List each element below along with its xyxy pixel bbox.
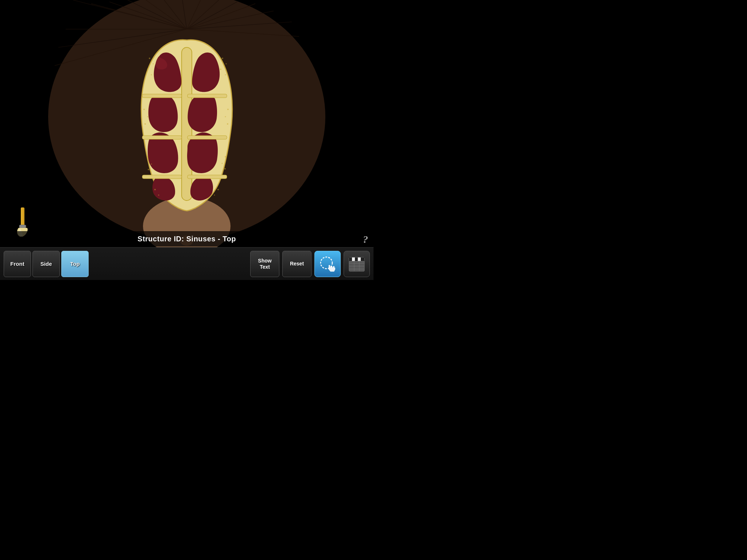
svg-point-44 xyxy=(214,195,215,196)
svg-point-33 xyxy=(225,116,226,117)
svg-point-26 xyxy=(226,63,227,65)
bone-divider-right-3 xyxy=(187,175,227,179)
svg-point-29 xyxy=(143,109,145,110)
svg-point-30 xyxy=(147,116,148,117)
svg-point-23 xyxy=(147,69,148,70)
show-text-button[interactable]: Show Text xyxy=(250,251,279,277)
svg-point-28 xyxy=(225,74,226,75)
svg-point-42 xyxy=(158,195,159,196)
lasso-button[interactable] xyxy=(314,251,341,277)
bone-divider-left-1 xyxy=(142,94,182,98)
main-viewport: Structure ID: Sinuses - Top ? Front Side… xyxy=(0,0,374,280)
structure-id-text: Structure ID: Sinuses - Top xyxy=(138,235,236,243)
svg-point-34 xyxy=(227,123,228,125)
svg-point-48 xyxy=(321,257,332,269)
bone-divider-left-3 xyxy=(142,175,182,179)
sinus-left-mid-upper xyxy=(148,94,178,132)
structure-id-bar: Structure ID: Sinuses - Top xyxy=(0,231,374,246)
bone-divider-left-2 xyxy=(142,136,182,139)
svg-point-36 xyxy=(151,164,152,165)
top-view-button[interactable]: Top xyxy=(61,251,89,277)
svg-point-32 xyxy=(227,109,229,110)
lasso-icon xyxy=(318,255,337,273)
front-view-button[interactable]: Front xyxy=(4,251,31,277)
reset-button[interactable]: Reset xyxy=(282,251,311,277)
svg-point-21 xyxy=(149,58,150,59)
svg-point-37 xyxy=(148,169,149,170)
svg-point-38 xyxy=(225,156,226,158)
svg-rect-52 xyxy=(355,257,358,261)
side-view-button[interactable]: Side xyxy=(32,251,60,277)
bone-divider-right-2 xyxy=(187,136,227,139)
anatomy-illustration xyxy=(0,0,374,255)
svg-point-35 xyxy=(147,156,148,158)
svg-rect-49 xyxy=(349,260,364,271)
svg-point-27 xyxy=(220,69,221,70)
bottom-toolbar: Front Side Top Show Text Reset xyxy=(0,247,374,280)
svg-rect-47 xyxy=(19,225,26,228)
clapper-button[interactable] xyxy=(344,251,370,277)
svg-point-39 xyxy=(222,163,223,164)
svg-point-25 xyxy=(222,58,223,59)
svg-rect-46 xyxy=(21,207,23,226)
help-icon[interactable]: ? xyxy=(363,234,368,245)
svg-rect-51 xyxy=(349,257,352,261)
svg-point-43 xyxy=(217,189,219,190)
svg-point-41 xyxy=(154,189,156,190)
view-buttons: Front Side Top xyxy=(4,251,89,277)
svg-point-31 xyxy=(144,123,146,125)
bone-divider-right-1 xyxy=(187,94,227,98)
svg-point-22 xyxy=(153,63,154,65)
svg-point-40 xyxy=(224,168,226,170)
svg-point-24 xyxy=(151,74,152,75)
clapper-icon xyxy=(348,255,366,273)
svg-rect-53 xyxy=(361,257,364,261)
